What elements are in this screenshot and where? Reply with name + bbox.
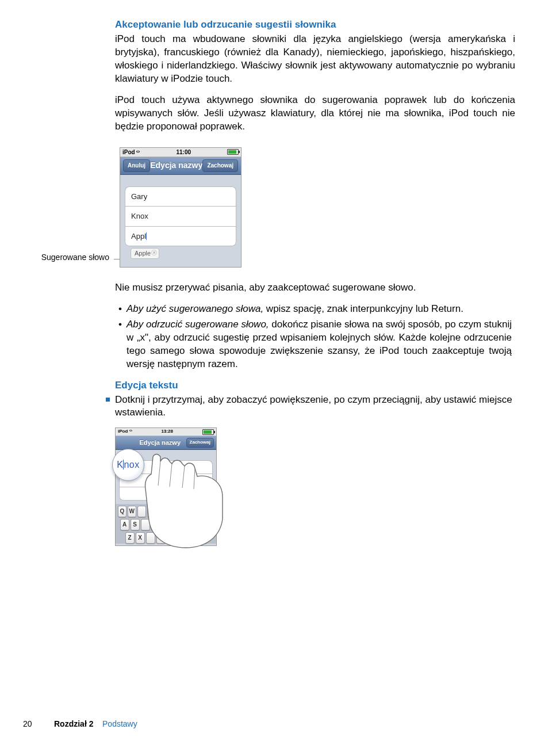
page-number: 20 (23, 719, 40, 730)
key[interactable] (187, 532, 197, 544)
form-area: Knox (116, 450, 216, 504)
last-name-field[interactable]: Knox (125, 206, 236, 227)
bullet-reject: Aby odrzucić sugerowane słowo, dokończ p… (122, 318, 512, 371)
key[interactable]: S (131, 519, 140, 530)
key[interactable] (186, 506, 194, 517)
autocorrect-suggestion[interactable]: Apple × (131, 248, 159, 259)
chapter-label: Rozdział 2 (54, 719, 93, 728)
key[interactable] (167, 506, 175, 517)
figure-edit-text: iPod ⌔ 13:28 Edycja nazwy Zachowaj Knox … (115, 427, 518, 546)
suggestion-bullet-list: Aby użyć sugerowanego słowa, wpisz spacj… (115, 303, 512, 371)
kb-row-2: A S (118, 519, 214, 530)
nav-bar: Anuluj Edycja nazwy Zachowaj (120, 157, 241, 175)
key[interactable] (137, 506, 146, 517)
status-bar: iPod ⌔ 13:28 (116, 428, 216, 436)
battery-icon (227, 149, 239, 155)
nav-bar: Edycja nazwy Zachowaj (116, 436, 216, 450)
status-time: 13:28 (162, 429, 173, 435)
key[interactable] (203, 519, 212, 530)
nav-title: Edycja nazwy (150, 160, 202, 171)
chapter-title: Podstawy (102, 719, 137, 728)
paragraph-dictionary-usage: iPod touch używa aktywnego słownika do s… (115, 94, 515, 133)
ipod-screenshot-loupe: iPod ⌔ 13:28 Edycja nazwy Zachowaj Knox … (115, 427, 217, 546)
key[interactable]: X (136, 532, 145, 544)
key[interactable] (172, 519, 181, 530)
status-time: 11:00 (176, 148, 191, 156)
kb-row-1: Q W O P (118, 506, 214, 517)
key[interactable] (141, 519, 150, 530)
key[interactable] (167, 532, 176, 544)
dismiss-suggestion-icon[interactable]: × (151, 250, 157, 255)
nav-title: Edycja nazwy (140, 438, 181, 447)
key[interactable] (157, 506, 166, 517)
company-field[interactable] (119, 487, 213, 501)
bullet-rest: wpisz spację, znak interpunkcyjny lub Re… (263, 303, 463, 314)
figure-caption-suggested-word: Sugerowane słowo (12, 252, 114, 268)
key[interactable]: O (195, 506, 204, 517)
caption-leader-line (114, 259, 120, 259)
key[interactable] (146, 532, 155, 544)
key[interactable] (182, 519, 191, 530)
text-loupe: Knox (112, 449, 144, 481)
key[interactable]: P (205, 506, 214, 517)
key[interactable] (193, 519, 202, 530)
company-field[interactable]: Appl (125, 227, 236, 247)
suggestion-text: Apple (135, 250, 151, 257)
save-button[interactable]: Zachowaj (186, 438, 214, 448)
first-name-field[interactable]: Gary (125, 186, 236, 207)
status-carrier: iPod ⌔ (118, 429, 132, 435)
key[interactable]: W (128, 506, 136, 517)
bullet-accept: Aby użyć sugerowanego słowa, wpisz spacj… (122, 303, 512, 316)
key[interactable] (176, 506, 185, 517)
wifi-icon: ⌔ (136, 149, 140, 155)
loupe-text: Knox (117, 459, 139, 471)
onscreen-keyboard[interactable]: Q W O P A S (116, 504, 216, 544)
key[interactable]: Q (118, 506, 126, 517)
form-area: Gary Knox Appl Apple × (120, 175, 241, 267)
bullet-lead: Aby odrzucić sugerowane słowo, (126, 319, 269, 330)
key[interactable] (151, 519, 160, 530)
paragraph-edit-text: Dotknij i przytrzymaj, aby zobaczyć powi… (115, 394, 515, 420)
paragraph-no-interrupt: Nie musisz przerywać pisania, aby zaakce… (115, 281, 518, 295)
section-heading-edit-text: Edycja tekstu (115, 379, 518, 392)
figure-suggestion: Sugerowane słowo iPod ⌔ 11:00 Anuluj Edy… (12, 147, 518, 268)
save-button[interactable]: Zachowaj (202, 159, 238, 172)
status-bar: iPod ⌔ 11:00 (120, 148, 241, 158)
ipod-screenshot-suggestion: iPod ⌔ 11:00 Anuluj Edycja nazwy Zachowa… (120, 147, 241, 268)
key[interactable] (177, 532, 186, 544)
paragraph-dictionary-intro: iPod touch ma wbudowane słowniki dla jęz… (115, 33, 515, 86)
page-footer: 20 Rozdział 2 Podstawy (23, 715, 518, 730)
key[interactable] (198, 532, 207, 544)
bullet-lead: Aby użyć sugerowanego słowa, (126, 303, 263, 314)
section-heading-dictionary: Akceptowanie lub odrzucanie sugestii sło… (115, 18, 518, 32)
key[interactable]: A (120, 519, 129, 530)
battery-icon (202, 429, 214, 435)
status-carrier: iPod ⌔ (122, 148, 140, 156)
key[interactable] (162, 519, 171, 530)
key[interactable] (156, 532, 166, 544)
kb-row-3: Z X (118, 532, 214, 544)
key[interactable]: Z (125, 532, 135, 544)
cancel-button[interactable]: Anuluj (123, 159, 150, 172)
key[interactable] (147, 506, 156, 517)
